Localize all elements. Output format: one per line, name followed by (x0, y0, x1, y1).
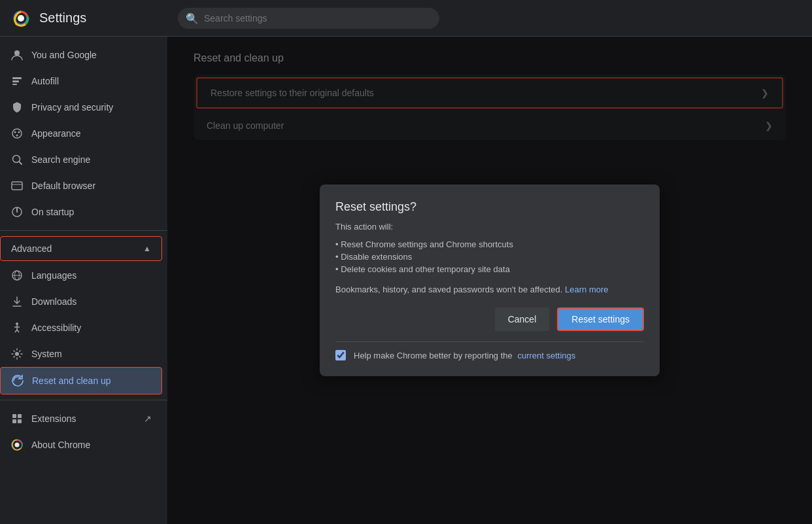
svg-point-8 (18, 131, 20, 133)
svg-line-11 (19, 162, 22, 164)
reset-icon (11, 374, 24, 387)
svg-point-6 (12, 129, 22, 138)
sidebar-label-downloads: Downloads (31, 296, 152, 307)
sidebar-label-about-chrome: About Chrome (31, 440, 152, 450)
sidebar-item-about-chrome[interactable]: About Chrome (0, 432, 162, 458)
sidebar-item-default-browser[interactable]: Default browser (0, 173, 162, 199)
sidebar-label-default-browser: Default browser (31, 181, 152, 191)
reset-settings-dialog: Reset settings? This action will: • Rese… (320, 184, 660, 376)
svg-rect-5 (12, 84, 17, 85)
dialog-checkbox-row: Help make Chrome better by reporting the… (335, 341, 644, 360)
sidebar-item-accessibility[interactable]: Accessibility (0, 315, 162, 341)
dialog-action-list: • Reset Chrome settings and Chrome short… (335, 239, 644, 274)
checkbox-text: Help make Chrome better by reporting the (354, 351, 513, 360)
system-icon (10, 347, 24, 360)
external-link-icon: ↗ (144, 413, 152, 424)
sidebar-divider-1 (0, 230, 167, 231)
accessibility-icon (10, 321, 24, 334)
dialog-list-item-3: • Delete cookies and other temporary sit… (335, 264, 644, 274)
svg-point-25 (15, 352, 19, 356)
sidebar-label-autofill: Autofill (31, 76, 152, 86)
svg-rect-12 (12, 182, 22, 190)
downloads-icon (10, 295, 24, 308)
dialog-note: Bookmarks, history, and saved passwords … (335, 285, 644, 294)
svg-point-7 (14, 131, 16, 133)
svg-line-24 (17, 330, 19, 332)
sidebar-item-you-and-google[interactable]: You and Google (0, 42, 162, 68)
dialog-title: Reset settings? (335, 200, 644, 214)
svg-rect-28 (12, 419, 16, 423)
search-icon: 🔍 (186, 12, 199, 24)
dialog-overlay: Reset settings? This action will: • Rese… (167, 37, 812, 524)
app-title: Settings (39, 10, 86, 26)
autofill-icon (10, 75, 24, 88)
svg-rect-29 (18, 419, 22, 423)
palette-icon (10, 127, 24, 140)
search-input[interactable] (178, 8, 439, 29)
languages-icon (10, 269, 24, 282)
sidebar-label-extensions: Extensions (31, 413, 136, 424)
sidebar-item-on-startup[interactable]: On startup (0, 199, 162, 225)
reset-settings-button[interactable]: Reset settings (557, 307, 644, 331)
person-icon (10, 48, 24, 61)
sidebar-label-reset-clean-up: Reset and clean up (32, 376, 151, 386)
svg-point-9 (16, 135, 18, 137)
sidebar-item-appearance[interactable]: Appearance (0, 120, 162, 147)
dialog-checkbox-label: Help make Chrome better by reporting the… (354, 351, 575, 360)
sidebar-item-system[interactable]: System (0, 341, 162, 367)
extensions-icon (10, 412, 24, 425)
sidebar-label-search-engine: Search engine (31, 154, 152, 165)
sidebar-divider-2 (0, 400, 167, 400)
sidebar-item-extensions[interactable]: Extensions ↗ (0, 406, 162, 432)
chevron-up-icon: ▲ (143, 244, 151, 253)
sidebar-label-on-startup: On startup (31, 207, 152, 217)
shield-icon (10, 101, 24, 114)
sidebar-item-autofill[interactable]: Autofill (0, 68, 162, 94)
svg-point-2 (14, 50, 20, 56)
dialog-list-item-1: • Reset Chrome settings and Chrome short… (335, 239, 644, 249)
sidebar-item-reset-clean-up[interactable]: Reset and clean up (0, 367, 162, 394)
sidebar-item-downloads[interactable]: Downloads (0, 288, 162, 315)
dialog-subtitle: This action will: (335, 222, 644, 232)
svg-rect-3 (12, 77, 22, 79)
header-bar: Settings 🔍 (0, 0, 812, 37)
main-content: Reset and clean up Restore settings to t… (167, 37, 812, 524)
help-checkbox[interactable] (335, 350, 346, 360)
svg-point-20 (16, 323, 18, 325)
sidebar: You and Google Autofill Privacy and secu… (0, 37, 167, 524)
search-engine-icon (10, 153, 24, 166)
dialog-note-text: Bookmarks, history, and saved passwords … (335, 285, 562, 294)
search-bar-wrapper: 🔍 (178, 8, 439, 29)
current-settings-link[interactable]: current settings (517, 351, 575, 360)
svg-rect-27 (18, 414, 22, 418)
about-chrome-icon (10, 438, 24, 451)
sidebar-item-privacy-security[interactable]: Privacy and security (0, 94, 162, 120)
svg-point-31 (15, 443, 20, 447)
dialog-list-item-2: • Disable extensions (335, 252, 644, 262)
sidebar-label-system: System (31, 349, 152, 359)
sidebar-label-you-and-google: You and Google (31, 50, 152, 60)
sidebar-label-appearance: Appearance (31, 128, 152, 139)
learn-more-link[interactable]: Learn more (565, 285, 608, 294)
dialog-actions: Cancel Reset settings (335, 307, 644, 331)
sidebar-label-privacy-security: Privacy and security (31, 102, 152, 113)
sidebar-label-accessibility: Accessibility (31, 323, 152, 333)
advanced-label: Advanced (11, 243, 138, 254)
default-browser-icon (10, 179, 24, 192)
sidebar-item-languages[interactable]: Languages (0, 262, 162, 288)
sidebar-item-search-engine[interactable]: Search engine (0, 147, 162, 173)
svg-point-1 (18, 15, 24, 22)
on-startup-icon (10, 205, 24, 218)
svg-rect-4 (12, 80, 19, 82)
cancel-button[interactable]: Cancel (495, 307, 550, 331)
advanced-section-header[interactable]: Advanced ▲ (0, 236, 162, 261)
sidebar-label-languages: Languages (31, 270, 152, 281)
chrome-logo-icon (10, 8, 31, 29)
svg-rect-26 (12, 414, 16, 418)
